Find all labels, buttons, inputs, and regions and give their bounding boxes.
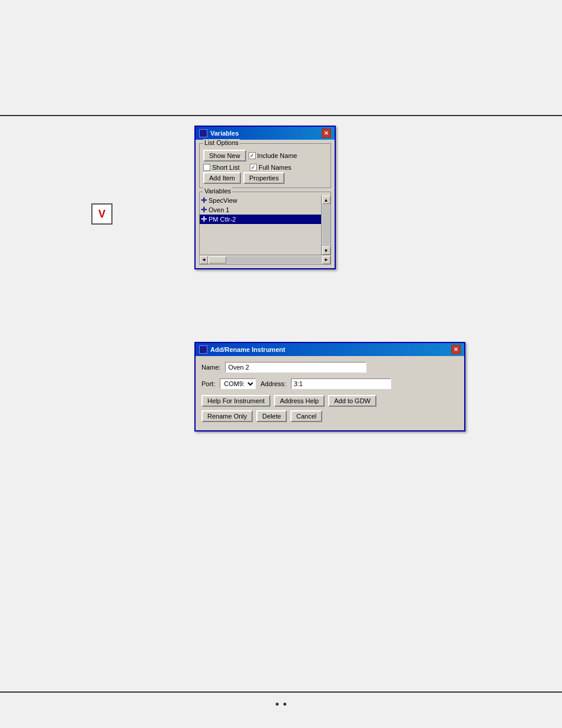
port-label: Port:: [201, 380, 215, 387]
name-row: Name:: [201, 362, 458, 373]
full-names-label[interactable]: Full Names: [250, 164, 292, 171]
var-item-pmctlr2[interactable]: ✛ PM Ctlr-2: [200, 215, 321, 224]
variables-group-label: Variables: [203, 187, 232, 195]
rename-titlebar: Add/Rename Instrument ✕: [196, 343, 464, 356]
scroll-track-h: [226, 256, 322, 263]
rename-only-button[interactable]: Rename Only: [201, 410, 253, 422]
scroll-up-arrow[interactable]: ▲: [322, 196, 330, 204]
list-options-row2: Short List Full Names: [203, 164, 327, 171]
short-list-label[interactable]: Short List: [203, 164, 247, 171]
scroll-right-arrow[interactable]: ►: [322, 256, 330, 264]
rename-title-text: Add/Rename Instrument: [210, 346, 285, 353]
variables-titlebar: Variables ✕: [196, 127, 335, 140]
include-name-text: Include Name: [257, 152, 297, 159]
variables-dialog: Variables ✕ List Options Show New Includ…: [194, 126, 336, 269]
help-instrument-button[interactable]: Help For Instrument: [201, 395, 270, 407]
dot-2: [283, 703, 286, 706]
var-item-oven1[interactable]: ✛ Oven 1: [200, 205, 321, 215]
show-new-button[interactable]: Show New: [203, 150, 246, 162]
specview-label: SpecView: [209, 197, 237, 204]
include-name-label[interactable]: Include Name: [249, 152, 297, 159]
full-names-checkbox[interactable]: [250, 164, 257, 171]
variables-body: List Options Show New Include Name Short…: [196, 140, 335, 268]
page-container: V Variables ✕ List Options Show New Incl: [0, 0, 562, 728]
pmctlr2-label: PM Ctlr-2: [209, 216, 236, 223]
variables-title-icon: [199, 129, 207, 137]
oven1-plus-icon: ✛: [201, 206, 207, 214]
add-item-button[interactable]: Add Item: [203, 172, 241, 184]
variables-title-text: Variables: [210, 130, 239, 137]
specview-plus-icon: ✛: [201, 196, 207, 205]
variables-scrollbar-h[interactable]: ◄ ►: [200, 255, 330, 264]
oven1-label: Oven 1: [209, 206, 229, 213]
scroll-down-arrow[interactable]: ▼: [322, 246, 330, 255]
address-label: Address:: [260, 380, 286, 387]
variables-list-content: ✛ SpecView ✛ Oven 1 ✛ PM Ctlr-2: [200, 196, 321, 255]
variables-list-with-scroll: ✛ SpecView ✛ Oven 1 ✛ PM Ctlr-2: [200, 196, 330, 255]
pmctlr2-plus-icon: ✛: [201, 215, 207, 223]
properties-button[interactable]: Properties: [243, 172, 285, 184]
v-icon-box: V: [91, 203, 113, 225]
port-select[interactable]: COM9:: [220, 378, 256, 389]
scroll-thumb-h[interactable]: [209, 256, 226, 263]
name-label: Name:: [201, 364, 220, 371]
bottom-dots: [276, 703, 286, 706]
full-names-text: Full Names: [259, 164, 292, 171]
list-options-row1: Show New Include Name: [203, 150, 327, 162]
variables-close-button[interactable]: ✕: [322, 129, 331, 138]
address-help-button[interactable]: Address Help: [274, 395, 325, 407]
variables-group: Variables ✛ SpecView ✛ Oven 1 ✛: [199, 192, 331, 265]
action-buttons-row: Rename Only Delete Cancel: [201, 410, 458, 422]
short-list-text: Short List: [212, 164, 239, 171]
help-buttons-row: Help For Instrument Address Help Add to …: [201, 395, 458, 407]
rename-title-icon: [199, 345, 207, 354]
bottom-rule: [0, 691, 562, 693]
variables-title-left: Variables: [199, 129, 239, 137]
port-address-row: Port: COM9: Address:: [201, 378, 458, 389]
top-rule: [0, 115, 562, 116]
include-name-checkbox[interactable]: [249, 152, 256, 159]
add-to-gdw-button[interactable]: Add to GDW: [328, 395, 376, 407]
v-icon: V: [98, 208, 105, 220]
short-list-checkbox[interactable]: [203, 164, 210, 171]
variables-scrollbar-v[interactable]: ▲ ▼: [321, 196, 330, 255]
var-item-specview[interactable]: ✛ SpecView: [200, 196, 321, 205]
list-options-label: List Options: [203, 139, 240, 146]
address-input[interactable]: [291, 378, 391, 389]
rename-close-button[interactable]: ✕: [451, 345, 461, 354]
list-options-group: List Options Show New Include Name Short…: [199, 143, 331, 188]
rename-title-left: Add/Rename Instrument: [199, 345, 285, 354]
list-options-row3: Add Item Properties: [203, 172, 327, 184]
dot-1: [276, 703, 279, 706]
rename-dialog: Add/Rename Instrument ✕ Name: Port: COM9…: [194, 342, 465, 431]
cancel-button[interactable]: Cancel: [290, 410, 322, 422]
name-input[interactable]: [225, 362, 366, 373]
rename-body: Name: Port: COM9: Address: Help For Inst…: [196, 356, 464, 430]
scroll-left-arrow[interactable]: ◄: [200, 256, 208, 264]
scroll-track-v: [322, 204, 330, 246]
delete-button[interactable]: Delete: [256, 410, 287, 422]
